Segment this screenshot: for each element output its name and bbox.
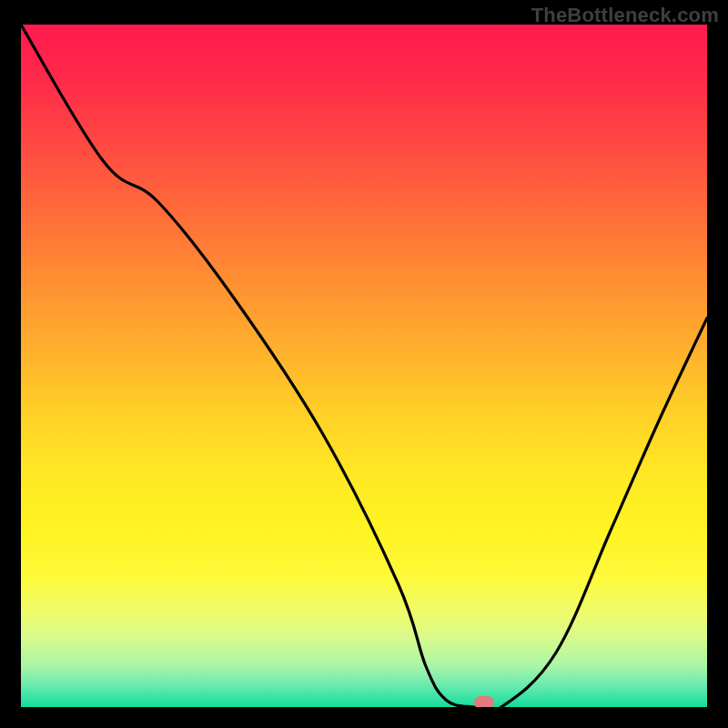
chart-frame: TheBottleneck.com xyxy=(0,0,728,728)
plot-area xyxy=(21,25,707,707)
optimal-point-marker xyxy=(474,696,494,707)
watermark-text: TheBottleneck.com xyxy=(531,4,719,27)
bottleneck-curve xyxy=(21,25,707,707)
